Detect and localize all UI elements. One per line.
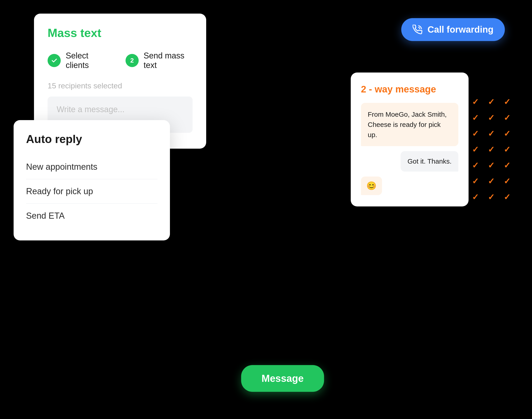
chevron-22: ✓	[468, 174, 482, 188]
chevron-6: ✓	[468, 111, 482, 125]
chevron-19: ✓	[484, 159, 498, 172]
message-button[interactable]: Message	[241, 365, 324, 392]
mass-text-title: Mass text	[48, 26, 193, 40]
call-forwarding-badge[interactable]: Call forwarding	[401, 18, 505, 41]
steps-row: Select clients 2 Send mass text	[48, 51, 193, 70]
message-bubble-emoji: 😊	[361, 177, 382, 195]
chevron-20: ✓	[500, 159, 514, 172]
auto-reply-send-eta[interactable]: Send ETA	[26, 204, 157, 228]
two-way-message-card: 2 - way message From MoeGo, Jack Smith, …	[351, 73, 468, 207]
message-button-label: Message	[261, 373, 304, 384]
chevron-14: ✓	[468, 143, 482, 156]
message-bubble-from: From MoeGo, Jack Smith, Cheese is ready …	[361, 103, 458, 146]
two-way-title: 2 - way message	[361, 84, 458, 95]
chevron-28: ✓	[500, 190, 514, 204]
checkmark-icon	[51, 57, 58, 64]
chevron-4: ✓	[500, 95, 514, 109]
chevron-24: ✓	[500, 174, 514, 188]
chevron-26: ✓	[468, 190, 482, 204]
chevron-12: ✓	[500, 127, 514, 141]
chevron-11: ✓	[484, 127, 498, 141]
chevron-10: ✓	[468, 127, 482, 141]
messages-container: From MoeGo, Jack Smith, Cheese is ready …	[361, 103, 458, 195]
message-bubble-reply: Got it. Thanks.	[401, 151, 458, 171]
chevron-2: ✓	[468, 95, 482, 109]
chevron-8: ✓	[500, 111, 514, 125]
recipients-count: 15 recipients selected	[48, 81, 193, 90]
chevron-16: ✓	[500, 143, 514, 156]
chevron-7: ✓	[484, 111, 498, 125]
step-2: 2 Send mass text	[126, 51, 193, 70]
step-2-label: Send mass text	[144, 51, 193, 70]
auto-reply-card: Auto reply New appointments Ready for pi…	[13, 120, 170, 240]
chevron-18: ✓	[468, 159, 482, 172]
phone-icon	[413, 25, 423, 35]
step-1-check-circle	[48, 54, 61, 67]
step-2-number: 2	[130, 57, 134, 64]
chevron-27: ✓	[484, 190, 498, 204]
chevron-3: ✓	[484, 95, 498, 109]
auto-reply-new-appointments[interactable]: New appointments	[26, 155, 157, 179]
step-1-label: Select clients	[66, 51, 107, 70]
auto-reply-title: Auto reply	[26, 132, 157, 146]
message-placeholder: Write a message...	[57, 105, 124, 114]
step-1: Select clients	[48, 51, 107, 70]
step-2-num-circle: 2	[126, 54, 139, 67]
call-forwarding-text: Call forwarding	[428, 25, 493, 35]
auto-reply-ready-pickup[interactable]: Ready for pick up	[26, 179, 157, 204]
chevron-23: ✓	[484, 174, 498, 188]
chevron-15: ✓	[484, 143, 498, 156]
